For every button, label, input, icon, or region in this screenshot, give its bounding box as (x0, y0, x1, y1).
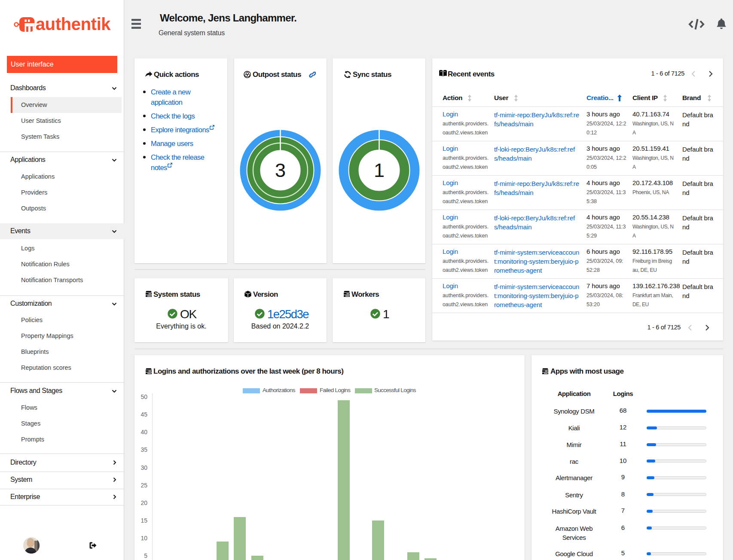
svg-text:1: 1 (374, 159, 385, 181)
svg-text:3: 3 (275, 159, 286, 181)
svg-text:authentik: authentik (36, 15, 111, 33)
